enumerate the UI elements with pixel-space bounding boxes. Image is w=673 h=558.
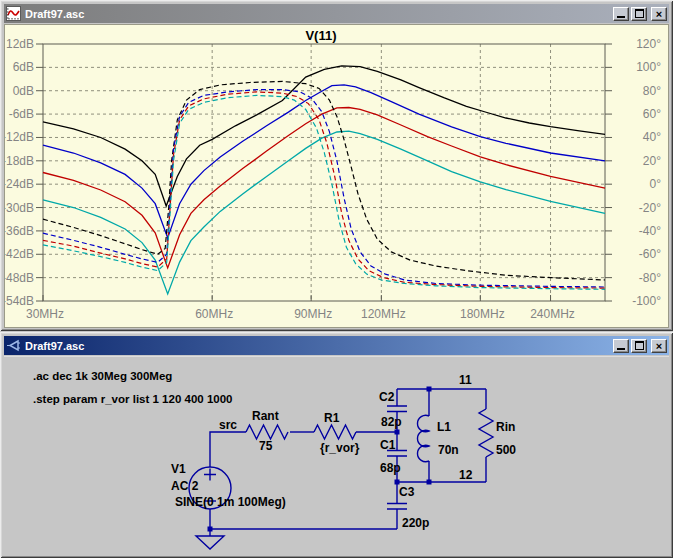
rant-value-label[interactable]: 75 [259,439,273,453]
svg-text:-80°: -80° [639,271,661,285]
svg-text:-100°: -100° [632,294,661,308]
svg-text:80°: 80° [643,84,661,98]
resistor-rant[interactable] [246,425,288,439]
v1-sine-label[interactable]: SINE(0 1m 100Meg) [175,495,286,509]
trace-phase-v-11-r-vor-1000 [43,95,605,289]
svg-text:6dB: 6dB [13,60,34,74]
spice-directive-ac[interactable]: .ac dec 1k 30Meg 300Meg [33,370,172,382]
schematic-pane[interactable]: .ac dec 1k 30Meg 300Meg .step param r_vo… [4,356,669,555]
minimize-button[interactable] [613,7,629,21]
schematic-window: Draft97.asc × .ac dec 1k 30Meg 300Meg .s… [0,332,673,558]
svg-text:-36dB: -36dB [5,224,34,238]
r1-name-label[interactable]: R1 [324,411,340,425]
svg-text:0°: 0° [650,177,662,191]
trace-phase-v-11-r-vor-1 [43,81,605,280]
schematic-window-title: Draft97.asc [25,340,613,352]
plot-window-titlebar[interactable]: Draft97.asc × [4,4,669,23]
schematic-window-controls: × [613,339,667,353]
svg-text:-60°: -60° [639,247,661,261]
minimize-button[interactable] [613,339,629,353]
svg-text:-42dB: -42dB [5,247,34,261]
ltspice-schematic-icon [6,338,21,353]
ltspice-waveform-icon [6,6,21,21]
svg-text:120MHz: 120MHz [361,307,406,321]
resistor-r1[interactable] [314,425,356,439]
trace--v-11-r-vor-1 [43,66,605,206]
ltspice-desktop: Draft97.asc × V(11) 12dB120°6dB100°0dB80… [0,0,673,558]
close-icon: × [656,341,662,351]
svg-text:-48dB: -48dB [5,271,34,285]
close-button[interactable]: × [651,7,667,21]
svg-text:-30dB: -30dB [5,201,34,215]
net-label-11[interactable]: 11 [459,373,472,387]
svg-text:-40°: -40° [639,224,661,238]
net-label-12[interactable]: 12 [459,468,473,482]
svg-text:0dB: 0dB [13,84,34,98]
l1-value-label[interactable]: 70n [438,443,459,457]
wire-net-src[interactable] [210,432,397,467]
ground-icon[interactable] [196,529,224,549]
svg-text:100°: 100° [636,60,661,74]
wire-junctions [208,387,432,532]
l1-name-label[interactable]: L1 [437,420,451,434]
close-button[interactable]: × [651,339,667,353]
close-icon: × [656,9,662,19]
minimize-icon [617,16,625,18]
minimize-icon [617,348,625,350]
plot-window: Draft97.asc × V(11) 12dB120°6dB100°0dB80… [0,0,673,331]
svg-text:12dB: 12dB [6,37,34,51]
svg-text:90MHz: 90MHz [294,307,332,321]
svg-text:180MHz: 180MHz [460,307,505,321]
svg-text:60°: 60° [643,107,661,121]
plot-window-controls: × [613,7,667,21]
trace--v-11-r-vor-400 [43,108,605,268]
v1-name-label[interactable]: V1 [171,462,186,476]
svg-text:120°: 120° [636,37,661,51]
svg-text:40°: 40° [643,130,661,144]
plus-icon [204,469,216,481]
c1-name-label[interactable]: C1 [380,438,396,452]
spice-directive-step[interactable]: .step param r_vor list 1 120 400 1000 [33,393,232,405]
plot-window-title: Draft97.asc [25,8,613,20]
rin-name-label[interactable]: Rin [496,420,515,434]
maximize-button[interactable] [631,339,647,353]
net-label-src[interactable]: src [219,418,237,432]
svg-text:-54dB: -54dB [5,294,34,308]
schematic-canvas[interactable]: .ac dec 1k 30Meg 300Meg .step param r_vo… [4,357,663,555]
svg-text:30MHz: 30MHz [26,307,64,321]
c2-name-label[interactable]: C2 [379,390,395,404]
c2-value-label[interactable]: 82p [381,415,402,429]
c1-value-label[interactable]: 68p [380,461,401,475]
maximize-icon [635,9,644,18]
c3-name-label[interactable]: C3 [399,485,415,499]
svg-text:20°: 20° [643,154,661,168]
svg-text:60MHz: 60MHz [195,307,233,321]
svg-text:-12dB: -12dB [5,130,34,144]
waveform-plot-pane[interactable]: V(11) 12dB120°6dB100°0dB80°-6dB60°-12dB4… [4,24,669,328]
inductor-l1[interactable] [417,389,429,482]
c3-value-label[interactable]: 220p [402,516,429,530]
rin-value-label[interactable]: 500 [496,443,516,457]
trace--v-11-r-vor-120 [43,85,605,238]
wire-ground[interactable] [210,509,397,529]
plot-trace-title[interactable]: V(11) [305,28,336,43]
schematic-window-titlebar[interactable]: Draft97.asc × [4,336,669,355]
v1-ac-label[interactable]: AC 2 [171,479,199,493]
svg-text:-24dB: -24dB [5,177,34,191]
svg-text:-20°: -20° [639,201,661,215]
maximize-icon [635,341,644,350]
rant-name-label[interactable]: Rant [252,409,279,423]
waveform-plot[interactable]: V(11) 12dB120°6dB100°0dB80°-6dB60°-12dB4… [5,25,664,327]
resistor-rin[interactable] [479,389,493,482]
svg-text:-6dB: -6dB [9,107,34,121]
maximize-button[interactable] [631,7,647,21]
trace-phase-v-11-r-vor-120 [43,90,605,287]
svg-text:-18dB: -18dB [5,154,34,168]
svg-text:240MHz: 240MHz [530,307,575,321]
trace--v-11-r-vor-1000 [43,131,605,294]
r1-value-label[interactable]: {r_vor} [320,441,360,455]
